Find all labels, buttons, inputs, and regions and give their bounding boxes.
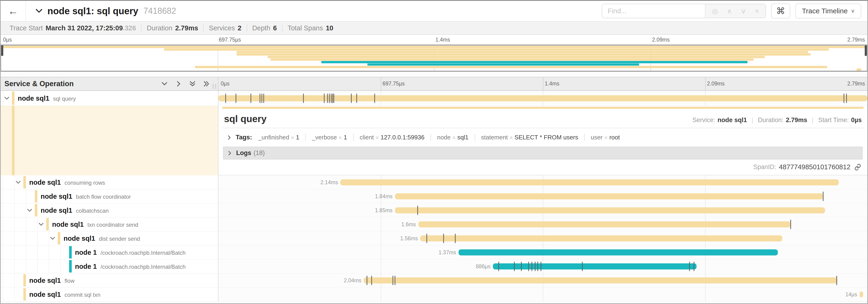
collapse-trace-chevron-icon[interactable] (35, 7, 43, 15)
log-marker (535, 262, 535, 271)
tree-item-batch-flow-coordinator[interactable]: node sql1batch flow coordinator (1, 189, 218, 203)
tree-guide-line (49, 245, 49, 259)
tag-equals: = (291, 135, 294, 141)
column-resize-handle[interactable] (213, 84, 216, 89)
log-marker (455, 234, 456, 243)
locate-icon[interactable]: ◎ (712, 7, 718, 15)
jaeger-trace-page: ← node sql1: sql query 7418682 ◎ ∧ ∨ × ⌘… (0, 0, 868, 304)
tick-separator (543, 77, 543, 90)
log-marker (537, 262, 538, 271)
tree-guide-line (26, 189, 26, 203)
tree-guide-line (26, 245, 26, 259)
span-bar[interactable] (418, 221, 791, 228)
minimap-left-drag-handle[interactable] (1, 45, 3, 56)
timeline-sql-query[interactable] (218, 91, 867, 106)
find-group: ◎ ∧ ∨ × (602, 4, 766, 18)
summary-label: Total Spans (287, 24, 323, 32)
keyboard-shortcuts-button[interactable]: ⌘ (771, 3, 790, 19)
timeline-internal-batch-1[interactable]: 1.37ms (218, 245, 867, 260)
tag-item: _verbose=1 (305, 134, 347, 141)
chevron-down-icon[interactable] (50, 235, 56, 241)
log-marker (264, 94, 264, 103)
find-input[interactable] (602, 4, 705, 18)
tree-item-txn-coordinator-send[interactable]: node sql1txn coordinator send (1, 217, 218, 231)
trace-minimap[interactable] (1, 44, 867, 72)
tree-guide-line (3, 175, 3, 189)
timeline-txn-coordinator-send[interactable]: 1.6ms (218, 217, 867, 231)
tree-item-flow[interactable]: node sql1flow (1, 273, 218, 288)
tag-key: statement (481, 134, 508, 141)
span-bar[interactable] (395, 193, 823, 199)
tree-item-consuming-rows[interactable]: node sql1consuming rows (1, 175, 218, 189)
span-bar[interactable] (459, 249, 778, 256)
tick-label: 697.75µs (382, 80, 405, 87)
back-button[interactable]: ← (1, 1, 26, 21)
summary-label: Services (209, 24, 235, 32)
span-rows: node sql1sql query sql query Service:nod… (1, 91, 867, 303)
service-color-stripe (69, 246, 72, 259)
timeline-batch-flow-coordinator[interactable]: 1.84ms (218, 189, 867, 203)
service-name: node sql1txn coordinator send (52, 221, 138, 228)
timeline-consuming-rows[interactable]: 2.14ms (218, 175, 867, 189)
chevron-down-icon[interactable] (38, 221, 44, 228)
chevron-down-icon[interactable] (15, 179, 21, 185)
log-marker (443, 234, 444, 243)
span-bar[interactable] (218, 95, 867, 101)
span-bar[interactable] (340, 179, 839, 185)
tag-item: node=sql1 (431, 134, 468, 141)
service-color-stripe (23, 274, 26, 286)
span-bar[interactable] (493, 263, 696, 269)
tree-guide-line (3, 245, 3, 259)
span-row-txn-coordinator-send: node sql1txn coordinator send 1.6ms (1, 217, 867, 231)
grid-header: Service & Operation 0µs 697.75µs 1.4ms 2… (1, 77, 867, 91)
tree-item-sql-query[interactable]: node sql1sql query (1, 91, 218, 106)
span-detail-panel: sql query Service:node sql1 | Duration:2… (218, 106, 867, 175)
tree-item-dist-sender-send[interactable]: node sql1dist sender send (1, 231, 218, 245)
log-marker (836, 276, 837, 285)
timeline-dist-sender-send[interactable]: 1.56ms (218, 231, 867, 245)
expand-all-icon[interactable] (203, 80, 210, 87)
find-prev-icon[interactable]: ∧ (727, 7, 732, 15)
tags-accordion[interactable]: Tags: _unfinished=1_verbose=1client=127.… (223, 131, 863, 143)
tree-item-colbatchscan[interactable]: node sql1colbatchscan (1, 203, 218, 217)
timeline-commit-sql-txn[interactable]: 14µs (218, 288, 867, 301)
tree-item-internal-batch-1[interactable]: node 1/cockroach.roachpb.Internal/Batch (1, 245, 218, 260)
find-next-icon[interactable]: ∨ (741, 7, 746, 15)
timeline-colbatchscan[interactable]: 1.85ms (218, 203, 867, 217)
span-bar[interactable] (860, 292, 863, 298)
timeline-internal-batch-2[interactable]: 886µs (218, 260, 867, 273)
tree-item-commit-sql-txn[interactable]: node sql1commit sql txn (1, 288, 218, 301)
log-marker (236, 94, 237, 103)
tree-item-internal-batch-2[interactable]: node 1/cockroach.roachpb.Internal/Batch (1, 260, 218, 273)
expand-one-icon[interactable] (175, 80, 182, 87)
minimap-span-bar (271, 58, 753, 61)
trace-view-selector[interactable]: Trace Timeline ∨ (795, 3, 861, 19)
minimap-right-drag-handle[interactable] (865, 45, 867, 56)
log-marker (417, 206, 418, 215)
link-icon[interactable] (854, 164, 861, 171)
logs-accordion[interactable]: Logs (18) (223, 147, 863, 160)
operation-name: commit sql txn (64, 292, 100, 298)
chevron-down-icon[interactable] (27, 207, 33, 213)
chevron-down-icon[interactable] (4, 95, 10, 101)
find-clear-icon[interactable]: × (755, 7, 759, 15)
span-bar[interactable] (395, 207, 825, 213)
grid-header-left: Service & Operation (1, 77, 218, 90)
service-color-stripe (58, 232, 60, 244)
collapse-one-icon[interactable] (161, 80, 168, 87)
span-bar[interactable] (364, 277, 837, 283)
span-bar[interactable] (420, 235, 782, 241)
span-row-internal-batch-1: node 1/cockroach.roachpb.Internal/Batch … (1, 245, 867, 260)
log-marker (250, 94, 251, 103)
tag-item: statement=SELECT * FROM users (475, 134, 578, 141)
minimap-row (1, 45, 867, 48)
span-duration-label: 1.85ms (375, 207, 395, 213)
minimap-rows (1, 45, 867, 71)
span-row-internal-batch-2: node 1/cockroach.roachpb.Internal/Batch … (1, 260, 867, 273)
collapse-all-icon[interactable] (189, 80, 196, 87)
service-name: node sql1commit sql txn (29, 291, 100, 298)
tree-controls (161, 80, 218, 87)
timeline-flow[interactable]: 2.04ms (218, 273, 867, 288)
log-marker (823, 192, 824, 201)
timeline-gridline (381, 245, 381, 259)
